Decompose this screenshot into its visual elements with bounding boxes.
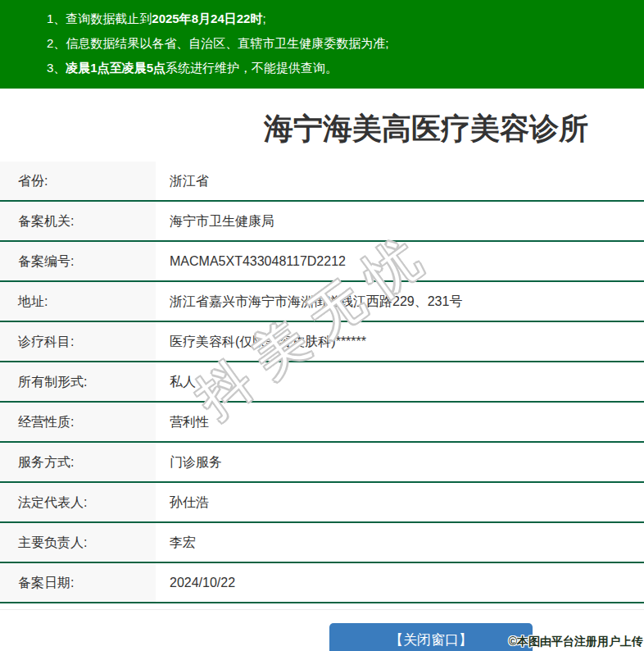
notice-3-suffix: 系统进行维护，不能提供查询。 [166,61,338,75]
row-label: 备案编号: [0,242,156,280]
notice-banner: 1、查询数据截止到2025年8月24日22时; 2、信息数据结果以各省、自治区、… [0,0,644,89]
row-value: 医疗美容科(仅限美容皮肤科)****** [156,322,644,361]
row-label: 法定代表人: [0,483,156,521]
notice-2-text: 2、信息数据结果以各省、自治区、直辖市卫生健康委数据为准; [47,36,389,50]
row-label: 省份: [0,162,156,200]
notice-1-bold: 2025年8月24日22时 [152,11,262,25]
notice-3-text: 3、 [47,61,66,75]
row-label: 诊疗科目: [0,322,156,361]
row-value: 孙仕浩 [156,483,644,521]
table-row-legal-representative: 法定代表人: 孙仕浩 [0,483,644,523]
row-value: MACMA5XT433048117D2212 [156,242,644,280]
table-row-ownership: 所有制形式: 私人 [0,362,644,403]
row-label: 所有制形式: [0,362,156,401]
row-label: 主要负责人: [0,523,156,562]
notice-3-bold: 凌晨1点至凌晨5点 [66,61,166,75]
row-value: 李宏 [156,523,644,562]
notice-1-text: 1、查询数据截止到 [47,11,152,25]
table-row-address: 地址: 浙江省嘉兴市海宁市海洲街道钱江西路229、231号 [0,282,644,322]
row-label: 备案机关: [0,202,156,240]
page-title: 海宁海美高医疗美容诊所 [0,110,644,148]
row-value: 营利性 [156,403,644,441]
row-value: 2024/10/22 [156,563,644,602]
row-label: 服务方式: [0,443,156,481]
table-bottom-divider [0,609,644,610]
row-label: 备案日期: [0,563,156,602]
table-row-treatment-subjects: 诊疗科目: 医疗美容科(仅限美容皮肤科)****** [0,322,644,362]
notice-line-1: 1、查询数据截止到2025年8月24日22时; [47,7,636,31]
row-value: 浙江省嘉兴市海宁市海洲街道钱江西路229、231号 [156,282,644,321]
close-window-button[interactable]: 【关闭窗口】 [329,623,533,651]
row-value: 海宁市卫生健康局 [156,202,644,240]
notice-1-suffix: ; [262,11,265,25]
clinic-info-table: 省份: 浙江省 备案机关: 海宁市卫生健康局 备案编号: MACMA5XT433… [0,162,644,603]
table-row-filing-number: 备案编号: MACMA5XT433048117D2212 [0,242,644,282]
row-value: 门诊服务 [156,443,644,481]
table-row-principal: 主要负责人: 李宏 [0,523,644,563]
table-row-filing-date: 备案日期: 2024/10/22 [0,563,644,603]
row-label: 经营性质: [0,403,156,441]
notice-line-2: 2、信息数据结果以各省、自治区、直辖市卫生健康委数据为准; [47,31,636,56]
row-label: 地址: [0,282,156,321]
row-value: 浙江省 [156,162,644,200]
table-row-business-nature: 经营性质: 营利性 [0,403,644,443]
row-value: 私人 [156,362,644,401]
table-row-service-mode: 服务方式: 门诊服务 [0,443,644,483]
notice-line-3: 3、凌晨1点至凌晨5点系统进行维护，不能提供查询。 [47,56,636,80]
table-row-province: 省份: 浙江省 [0,162,644,202]
table-row-filing-authority: 备案机关: 海宁市卫生健康局 [0,202,644,242]
